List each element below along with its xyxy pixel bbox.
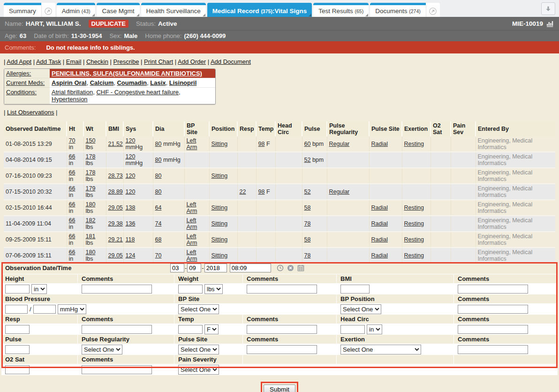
action-add-task[interactable]: Add Task bbox=[36, 58, 61, 65]
obs-value-link[interactable]: Resting bbox=[404, 141, 424, 147]
obs-value-link[interactable]: Sitting bbox=[212, 141, 228, 147]
obs-value-link[interactable]: 180 bbox=[86, 201, 96, 208]
bmi-input[interactable] bbox=[340, 285, 370, 294]
obs-value-link[interactable]: 66 bbox=[69, 185, 76, 192]
flowsheet-chart-icon[interactable] bbox=[546, 20, 554, 27]
obs-value-link[interactable]: 80 bbox=[155, 141, 162, 147]
bp-site-select[interactable]: Select One bbox=[178, 304, 219, 314]
obs-day-input[interactable] bbox=[187, 264, 201, 272]
condition-hypertension[interactable]: Hypertension bbox=[52, 96, 88, 103]
resp-comments-input[interactable] bbox=[82, 325, 152, 334]
obs-value-link[interactable]: 22 bbox=[240, 188, 246, 195]
obs-value-link[interactable]: Left Arm bbox=[187, 201, 197, 214]
popout-button[interactable] bbox=[41, 5, 55, 17]
obs-value-link[interactable]: Left Arm bbox=[187, 249, 197, 262]
obs-value-link[interactable]: Sitting bbox=[212, 220, 228, 227]
list-observations-link[interactable]: List Observations bbox=[7, 109, 54, 116]
obs-value-link[interactable]: 138 bbox=[126, 204, 136, 211]
obs-value-link[interactable]: Radial bbox=[371, 204, 388, 211]
bp-unit-select[interactable]: mmHg bbox=[58, 304, 86, 314]
temp-unit-select[interactable]: F bbox=[204, 324, 219, 334]
obs-month-input[interactable] bbox=[170, 264, 184, 272]
tab-medical-record[interactable]: Medical Record (375):Vital Signs bbox=[207, 3, 312, 17]
pulse-input[interactable] bbox=[5, 345, 30, 354]
obs-value-link[interactable]: Regular bbox=[329, 141, 350, 147]
action-checkin[interactable]: Checkin bbox=[86, 58, 108, 65]
current-meds-link[interactable]: Current Meds: bbox=[6, 79, 45, 86]
resp-input[interactable] bbox=[5, 325, 30, 334]
obs-value-link[interactable]: Resting bbox=[404, 236, 424, 243]
obs-year-input[interactable] bbox=[204, 264, 227, 272]
obs-value-link[interactable]: 66 bbox=[69, 249, 76, 256]
obs-value-link[interactable]: 29.05 bbox=[108, 204, 123, 211]
obs-value-link[interactable]: 66 bbox=[69, 233, 76, 240]
action-email[interactable]: Email bbox=[66, 58, 82, 65]
obs-value-link[interactable]: Sitting bbox=[212, 252, 228, 259]
obs-value-link[interactable]: Sitting bbox=[212, 236, 228, 243]
obs-value-link[interactable]: 80 bbox=[155, 157, 162, 163]
obs-value-link[interactable]: Radial bbox=[371, 220, 388, 227]
obs-value-link[interactable]: 98 bbox=[258, 188, 265, 195]
tab-test-results[interactable]: Test Results (65) bbox=[313, 3, 369, 17]
obs-value-link[interactable]: 29.38 bbox=[108, 220, 123, 227]
obs-value-link[interactable]: Resting bbox=[404, 204, 424, 211]
obs-value-link[interactable]: 52 bbox=[304, 188, 311, 195]
med-coumadin[interactable]: Coumadin bbox=[117, 79, 147, 86]
download-button[interactable] bbox=[541, 2, 555, 15]
obs-value-link[interactable]: 181 bbox=[86, 233, 96, 240]
obs-value-link[interactable]: 66 bbox=[69, 201, 76, 208]
obs-value-link[interactable]: 58 bbox=[304, 204, 311, 211]
bp-comments-input[interactable] bbox=[458, 305, 528, 314]
obs-value-link[interactable]: Sitting bbox=[212, 173, 228, 179]
med-lisinopril[interactable]: Lisinopril bbox=[169, 79, 197, 86]
action-print-chart[interactable]: Print Chart bbox=[144, 58, 173, 65]
obs-value-link[interactable]: 78 bbox=[304, 220, 311, 227]
obs-value-link[interactable]: 178 bbox=[86, 153, 96, 160]
exertion-select[interactable]: Select One bbox=[340, 345, 421, 354]
obs-value-link[interactable]: 179 bbox=[86, 185, 96, 192]
head-circ-input[interactable] bbox=[340, 325, 365, 334]
head-circ-unit-select[interactable]: in bbox=[367, 324, 382, 334]
obs-value-link[interactable]: Resting bbox=[404, 220, 424, 227]
obs-value-link[interactable]: 29.21 bbox=[108, 236, 123, 243]
obs-value-link[interactable]: 80 bbox=[155, 173, 162, 179]
condition-chf-congestive-heart-failure[interactable]: CHF - Congestive heart failure bbox=[96, 89, 179, 96]
bp-diastolic-input[interactable] bbox=[33, 305, 56, 314]
action-add-document[interactable]: Add Document bbox=[211, 58, 251, 65]
tab-case-mgmt[interactable]: Case Mgmt bbox=[97, 3, 139, 17]
weight-comments-input[interactable] bbox=[247, 285, 317, 294]
obs-value-link[interactable]: 64 bbox=[155, 204, 162, 211]
obs-value-link[interactable]: 120 bbox=[126, 153, 136, 160]
obs-value-link[interactable]: 124 bbox=[126, 252, 136, 259]
obs-value-link[interactable]: 70 bbox=[155, 252, 162, 259]
obs-value-link[interactable]: 98 bbox=[258, 141, 265, 147]
action-add-appt[interactable]: Add Appt bbox=[7, 58, 31, 65]
action-prescribe[interactable]: Prescribe bbox=[113, 58, 139, 65]
obs-value-link[interactable]: 28.89 bbox=[108, 188, 123, 195]
obs-value-link[interactable]: 120 bbox=[126, 188, 136, 195]
pulse-regularity-select[interactable]: Select One bbox=[82, 345, 122, 354]
conditions-link[interactable]: Conditions: bbox=[6, 89, 37, 96]
obs-value-link[interactable]: 68 bbox=[155, 236, 162, 243]
popout-button[interactable] bbox=[426, 5, 440, 17]
obs-value-link[interactable]: 180 bbox=[86, 249, 96, 256]
obs-value-link[interactable]: 70 bbox=[69, 137, 76, 144]
obs-value-link[interactable]: Radial bbox=[371, 236, 388, 243]
pulse-comments-input[interactable] bbox=[247, 345, 317, 354]
obs-value-link[interactable]: 178 bbox=[86, 169, 96, 176]
med-lasix[interactable]: Lasix bbox=[150, 79, 166, 86]
height-comments-input[interactable] bbox=[82, 285, 152, 294]
bmi-comments-input[interactable] bbox=[458, 285, 528, 294]
obs-value-link[interactable]: 182 bbox=[86, 217, 96, 224]
obs-value-link[interactable]: 78 bbox=[304, 252, 311, 259]
clear-date-icon[interactable] bbox=[287, 264, 294, 271]
obs-value-link[interactable]: Radial bbox=[371, 141, 388, 147]
o2-sat-input[interactable] bbox=[5, 365, 30, 374]
obs-time-input[interactable] bbox=[230, 264, 271, 272]
obs-value-link[interactable]: Regular bbox=[329, 188, 350, 195]
obs-value-link[interactable]: 120 bbox=[126, 173, 136, 179]
pain-severity-select[interactable]: Select One bbox=[178, 365, 219, 375]
head-circ-comments-input[interactable] bbox=[458, 325, 528, 334]
pulse-site-select[interactable]: Select One bbox=[178, 345, 219, 354]
submit-button[interactable]: Submit bbox=[264, 384, 295, 392]
